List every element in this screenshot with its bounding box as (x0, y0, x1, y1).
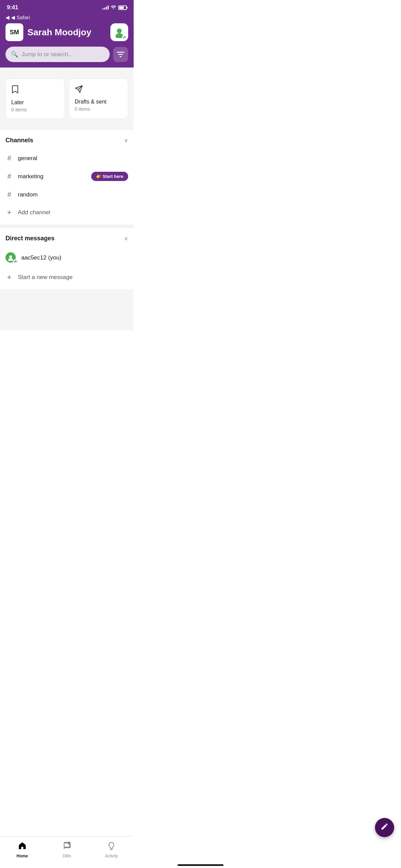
drafts-card[interactable]: Drafts & sent 0 items (69, 79, 128, 119)
dm-section: Direct messages ∨ 💤 aac5ec12 (you) + Sta… (0, 228, 134, 289)
add-dm-icon: + (5, 273, 13, 282)
back-arrow-icon: ◀ (5, 14, 10, 21)
later-count: 0 items (11, 107, 59, 112)
channel-item-random[interactable]: # random (0, 186, 134, 203)
status-time: 9:41 (7, 4, 18, 11)
header-left: SM Sarah Moodjoy (5, 23, 91, 41)
svg-point-6 (9, 255, 12, 258)
svg-point-0 (113, 8, 114, 9)
safari-label: ◀ Safari (11, 14, 30, 21)
channels-section: Channels ∨ # general # marketing 👉 Start… (0, 130, 134, 225)
dm-header[interactable]: Direct messages ∨ (0, 228, 134, 248)
dm-avatar-self: 💤 (5, 252, 16, 263)
dm-name-self: aac5ec12 (you) (21, 254, 61, 261)
dm-chevron-icon: ∨ (124, 235, 128, 242)
workspace-avatar[interactable]: SM (5, 23, 23, 41)
channel-item-general[interactable]: # general (0, 149, 134, 167)
wifi-icon (111, 5, 116, 10)
battery-icon (118, 5, 127, 10)
svg-rect-5 (120, 56, 122, 57)
add-channel-item[interactable]: + Add channel (0, 203, 134, 222)
svg-rect-4 (118, 54, 123, 55)
add-channel-icon: + (5, 208, 13, 217)
channels-title: Channels (5, 137, 33, 144)
dm-dnd-badge: 💤 (13, 259, 18, 264)
app-header: ◀ ◀ Safari SM Sarah Moodjoy 💤 (0, 13, 134, 47)
svg-point-7 (8, 258, 13, 261)
quick-access-section: Later 0 items Drafts & sent 0 items (0, 73, 134, 122)
channel-name-marketing: marketing (18, 173, 86, 180)
safari-back-nav[interactable]: ◀ ◀ Safari (5, 14, 128, 21)
channels-chevron-icon: ∨ (124, 137, 128, 144)
later-card[interactable]: Later 0 items (5, 79, 65, 119)
dnd-badge: 💤 (122, 35, 127, 40)
add-dm-label: Start a new message (18, 274, 73, 281)
drafts-title: Drafts & sent (75, 99, 122, 105)
start-here-badge: 👉 Start here (91, 172, 128, 181)
search-bar[interactable]: 🔍 Jump to or search... (5, 47, 110, 62)
filter-button[interactable] (113, 47, 128, 62)
filter-icon (117, 51, 124, 58)
hash-icon-general: # (5, 154, 13, 162)
workspace-name: Sarah Moodjoy (27, 27, 91, 38)
later-title: Later (11, 99, 59, 106)
dm-avatar-figure (7, 254, 14, 261)
status-icons (102, 5, 127, 10)
hash-icon-random: # (5, 191, 13, 198)
add-channel-label: Add channel (18, 209, 50, 216)
hash-icon-marketing: # (5, 172, 13, 180)
dm-title: Direct messages (5, 235, 54, 242)
channels-header[interactable]: Channels ∨ (0, 130, 134, 149)
svg-point-1 (117, 28, 122, 33)
send-icon (75, 85, 122, 95)
signal-icon (102, 5, 109, 10)
channel-name-general: general (18, 155, 128, 162)
search-icon: 🔍 (11, 51, 18, 58)
status-bar: 9:41 (0, 0, 134, 13)
main-content: Later 0 items Drafts & sent 0 items Chan… (0, 68, 134, 330)
bookmark-icon (11, 85, 59, 96)
channel-name-random: random (18, 191, 128, 198)
search-section: 🔍 Jump to or search... (0, 47, 134, 68)
section-divider (0, 225, 134, 228)
add-dm-item[interactable]: + Start a new message (0, 268, 134, 287)
user-avatar[interactable]: 💤 (110, 23, 128, 41)
dm-item-self[interactable]: 💤 aac5ec12 (you) (0, 248, 134, 268)
channel-item-marketing[interactable]: # marketing 👉 Start here (0, 167, 134, 186)
svg-rect-3 (117, 52, 124, 53)
search-input[interactable]: Jump to or search... (22, 51, 73, 58)
drafts-count: 0 items (75, 106, 122, 112)
